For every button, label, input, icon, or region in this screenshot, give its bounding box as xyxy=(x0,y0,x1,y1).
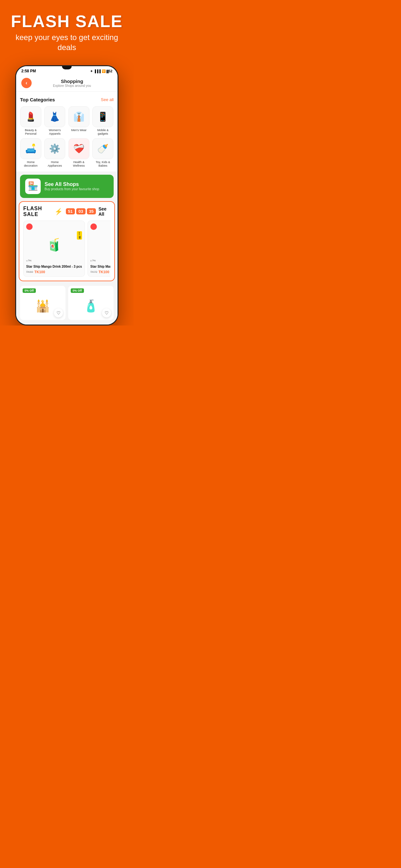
heart-icon-1: ♡ xyxy=(57,310,61,315)
product-name-1: Star Ship Mango Drink 200ml - 3 pcs xyxy=(26,265,82,269)
battery-icon: ▓52 xyxy=(106,69,112,73)
hero-subtitle: keep your eyes to get exciting deals xyxy=(6,32,127,52)
flash-sale-timer: 51 03 35 xyxy=(66,208,96,214)
prayer-mat-bottom-icon: 🕌 xyxy=(35,299,50,313)
categories-grid: 💄 Beauty & Personal 👗 Women's Apparels 👔… xyxy=(20,106,114,167)
category-home-deco[interactable]: 🛋️ Home decoration xyxy=(20,138,42,167)
off-badge-2: 0% Off xyxy=(71,288,84,293)
perfume-bottom-icon: 🧴 xyxy=(84,299,98,313)
off-badge-1: 0% Off xyxy=(23,288,36,293)
mobile-icon-box: 📱 xyxy=(92,106,113,127)
shops-icon: 🏪 xyxy=(25,179,41,194)
product-tag-1: ২০০ মিলি xyxy=(77,231,82,240)
hero-section: FLASH SALE keep your eyes to get excitin… xyxy=(0,0,134,59)
brand-badge-1 xyxy=(26,223,33,230)
kids-label: Toy, Kids & Babies xyxy=(92,160,114,167)
appliances-icon-box: ⚙️ xyxy=(44,138,65,159)
mens-icon-box: 👔 xyxy=(68,106,89,127)
categories-header: Top Categories See all xyxy=(20,97,114,102)
price-row-1: TK60 TK100 xyxy=(26,270,82,274)
shopping-subtitle: Explore Shops around you xyxy=(32,84,112,88)
home-deco-icon-box: 🛋️ xyxy=(20,138,41,159)
timer-ms: 35 xyxy=(87,208,96,214)
womens-label: Women's Apparels xyxy=(44,128,66,135)
category-mens[interactable]: 👔 Men's Wear xyxy=(68,106,90,135)
mobile-label: Mobile & gadgets xyxy=(92,128,114,135)
new-price-1: TK100 xyxy=(35,270,45,274)
app-header: ‹ Shopping Explore Shops around you xyxy=(16,74,118,92)
phone-mockup: 2:58 PM ✦ ▐▐▐ 🛜 ▓52 ‹ Shopping Explore S… xyxy=(0,59,134,325)
drink-emoji: 🧃 xyxy=(47,238,62,252)
product-qty-2: ৪ পিস xyxy=(90,259,111,262)
category-kids[interactable]: 🍼 Toy, Kids & Babies xyxy=(92,138,114,167)
status-time: 2:58 PM xyxy=(21,69,36,73)
wifi-icon: 🛜 xyxy=(102,69,105,73)
wishlist-btn-1[interactable]: ♡ xyxy=(54,308,63,317)
womens-icon-box: 👗 xyxy=(44,106,65,127)
wishlist-btn-2[interactable]: ♡ xyxy=(102,308,111,317)
signal-icon: ▐▐▐ xyxy=(94,69,100,73)
product-image-2: 🥭 ২০০ মি. লি. xyxy=(90,231,111,259)
flash-sale-see-all[interactable]: See All xyxy=(98,206,111,217)
heart-icon-2: ♡ xyxy=(104,310,109,315)
lightning-icon: ⚡ xyxy=(55,208,63,215)
shops-subtitle: Buy products from your favourite shop xyxy=(44,187,99,191)
old-price-2: TK72 xyxy=(90,270,97,274)
shops-banner[interactable]: 🏪 See All Shops Buy products from your f… xyxy=(20,175,114,198)
category-beauty[interactable]: 💄 Beauty & Personal xyxy=(20,106,42,135)
brand-badge-2 xyxy=(90,223,97,230)
timer-minutes: 51 xyxy=(66,208,75,214)
product-card-2[interactable]: 🥭 ২০০ মি. লি. ৪ পিস Star Ship Mango Frui… xyxy=(88,221,111,277)
flash-sale-header: FLASH SALE ⚡ 51 03 35 See All xyxy=(23,206,111,217)
shops-text: See All Shops Buy products from your fav… xyxy=(44,182,99,191)
product-qty-1: ৩ পিস xyxy=(26,259,82,262)
timer-seconds: 03 xyxy=(76,208,85,214)
back-button[interactable]: ‹ xyxy=(21,78,32,88)
categories-section: Top Categories See all 💄 Beauty & Person… xyxy=(16,93,118,171)
health-label: Health & Wellness xyxy=(68,160,90,167)
header-center: Shopping Explore Shops around you xyxy=(32,79,112,88)
flash-sale-section: FLASH SALE ⚡ 51 03 35 See All � xyxy=(19,201,115,281)
beauty-icon-box: 💄 xyxy=(20,106,41,127)
category-mobile[interactable]: 📱 Mobile & gadgets xyxy=(92,106,114,135)
shopping-title: Shopping xyxy=(32,79,112,84)
categories-title: Top Categories xyxy=(20,97,55,102)
back-arrow-icon: ‹ xyxy=(26,80,27,86)
home-deco-label: Home decoration xyxy=(20,160,42,167)
shops-title: See All Shops xyxy=(44,182,99,187)
beauty-label: Beauty & Personal xyxy=(20,128,42,135)
appliances-label: Home Appliances xyxy=(44,160,66,167)
kids-icon-box: 🍼 xyxy=(92,138,113,159)
hero-title: FLASH SALE xyxy=(6,13,127,30)
product-name-2: Star Ship Mango Fruit Drinks 200ml - 4 p… xyxy=(90,265,111,269)
category-health[interactable]: ❤️‍🩹 Health & Wellness xyxy=(68,138,90,167)
old-price-1: TK60 xyxy=(26,270,33,274)
see-all-categories[interactable]: See all xyxy=(101,97,114,102)
price-row-2: TK72 TK100 xyxy=(90,270,111,274)
phone-frame: 2:58 PM ✦ ▐▐▐ 🛜 ▓52 ‹ Shopping Explore S… xyxy=(15,65,119,325)
bottom-products: 0% Off 🕌 ♡ 0% Off 🧴 ♡ xyxy=(16,284,118,321)
category-appliances[interactable]: ⚙️ Home Appliances xyxy=(44,138,66,167)
category-womens[interactable]: 👗 Women's Apparels xyxy=(44,106,66,135)
bottom-card-1[interactable]: 0% Off 🕌 ♡ xyxy=(20,286,66,320)
product-card-1[interactable]: 🧃 ২০০ মিলি ৩ পিস Star Ship Mango Drink 2… xyxy=(23,221,85,277)
products-row: 🧃 ২০০ মিলি ৩ পিস Star Ship Mango Drink 2… xyxy=(23,221,111,277)
new-price-2: TK100 xyxy=(98,270,109,274)
phone-content: Top Categories See all 💄 Beauty & Person… xyxy=(16,93,118,324)
bottom-card-2[interactable]: 0% Off 🧴 ♡ xyxy=(68,286,114,320)
mens-label: Men's Wear xyxy=(71,128,87,132)
flash-sale-title: FLASH SALE xyxy=(23,206,52,217)
status-icons: ✦ ▐▐▐ 🛜 ▓52 xyxy=(90,69,112,73)
health-icon-box: ❤️‍🩹 xyxy=(68,138,89,159)
product-image-1: 🧃 ২০০ মিলি xyxy=(26,231,82,259)
bluetooth-icon: ✦ xyxy=(90,69,93,73)
